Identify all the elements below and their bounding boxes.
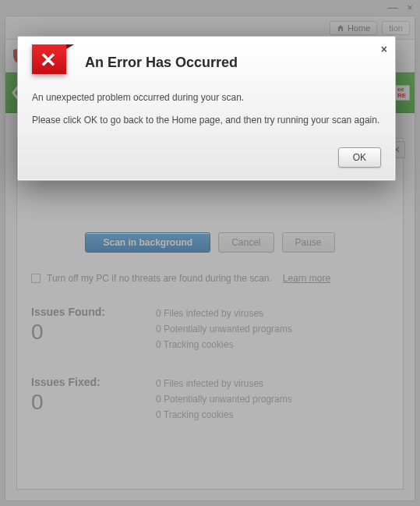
dialog-message-1: An unexpected problem occurred during yo… <box>32 91 381 104</box>
dialog-message-2: Please click OK to go back to the Home p… <box>32 114 381 127</box>
dialog-close-icon[interactable]: × <box>381 43 387 55</box>
dialog-title: An Error Has Occurred <box>85 55 238 71</box>
error-dialog: × ✕ An Error Has Occurred An unexpected … <box>17 36 396 181</box>
error-icon: ✕ <box>32 43 76 77</box>
ok-button[interactable]: OK <box>338 147 381 168</box>
dialog-body: An unexpected problem occurred during yo… <box>32 91 381 127</box>
